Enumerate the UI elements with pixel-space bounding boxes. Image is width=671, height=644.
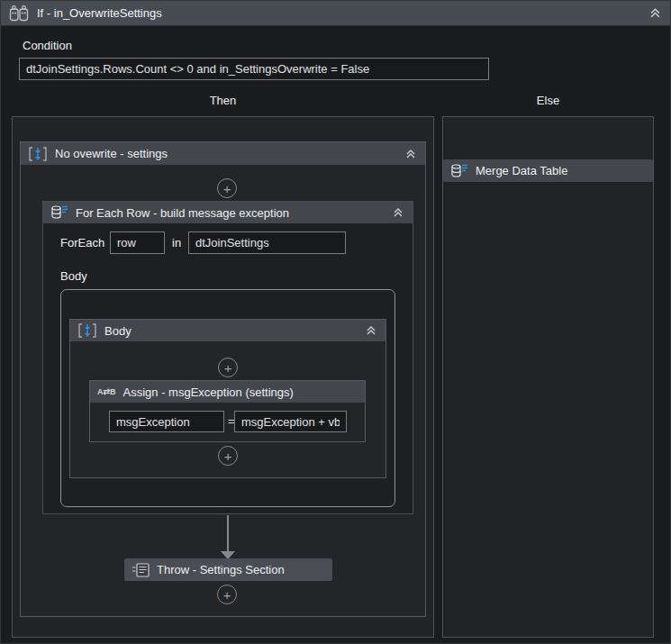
add-activity-button[interactable]: + (217, 178, 237, 198)
sequence-icon (28, 147, 48, 161)
window-title: If - in_OverwriteSettings (37, 6, 162, 20)
assign-to-input[interactable] (109, 411, 224, 432)
condition-label: Condition (23, 39, 72, 52)
collapse-chevron-icon[interactable] (648, 6, 662, 21)
flow-connector-line (227, 515, 229, 552)
assign-activity: A⇄B Assign - msgException (settings) = (89, 380, 366, 442)
sequence-no-overwrite-header[interactable]: No ovewrite - settings (21, 142, 425, 165)
plus-icon: + (223, 182, 231, 195)
assign-header[interactable]: A⇄B Assign - msgException (settings) (90, 381, 365, 403)
if-activity-icon (9, 5, 29, 23)
add-activity-button[interactable]: + (217, 585, 237, 604)
then-branch-panel: No ovewrite - settings + (12, 116, 434, 638)
merge-datatable-title: Merge Data Table (476, 164, 567, 177)
foreach-row-activity: For Each Row - build message exception F… (42, 201, 413, 514)
condition-input[interactable] (19, 58, 489, 80)
merge-datatable-activity[interactable]: Merge Data Table (443, 159, 653, 182)
sequence-no-overwrite: No ovewrite - settings + (20, 141, 426, 617)
assign-value-input[interactable] (234, 411, 347, 432)
foreach-row-title: For Each Row - build message exception (76, 206, 289, 220)
throw-icon (131, 563, 150, 577)
else-branch-label: Else (442, 94, 654, 107)
add-activity-button[interactable]: + (218, 446, 238, 466)
then-branch-label: Then (12, 94, 434, 107)
plus-icon: + (224, 449, 232, 463)
sequence-icon (77, 323, 97, 338)
in-label: in (172, 236, 181, 249)
collapse-chevron-icon[interactable] (391, 205, 405, 220)
if-activity-window: If - in_OverwriteSettings Condition Then… (0, 0, 671, 644)
foreach-item-input[interactable] (110, 231, 165, 254)
body-sequence: Body + A⇄B (69, 319, 386, 478)
sequence-no-overwrite-title: No ovewrite - settings (55, 147, 168, 160)
foreach-body-container: Body + A⇄B (60, 289, 395, 507)
else-branch-panel: Merge Data Table (442, 116, 654, 638)
add-activity-button[interactable]: + (218, 358, 238, 377)
body-label: Body (60, 269, 87, 283)
throw-title: Throw - Settings Section (157, 563, 285, 576)
datatable-icon (50, 204, 68, 221)
datatable-icon (450, 163, 468, 179)
foreach-row-header[interactable]: For Each Row - build message exception (43, 202, 413, 223)
throw-activity[interactable]: Throw - Settings Section (124, 558, 332, 581)
collapse-chevron-icon[interactable] (404, 147, 418, 161)
body-sequence-header[interactable]: Body (70, 320, 385, 341)
plus-icon: + (223, 588, 231, 602)
foreach-collection-input[interactable] (188, 231, 346, 254)
assign-icon: A⇄B (97, 387, 116, 396)
plus-icon: + (224, 361, 232, 375)
collapse-chevron-icon[interactable] (364, 323, 378, 338)
body-sequence-title: Body (104, 324, 131, 338)
if-activity-titlebar[interactable]: If - in_OverwriteSettings (1, 1, 670, 26)
assign-title: Assign - msgException (settings) (123, 385, 294, 399)
foreach-label: ForEach (60, 236, 104, 249)
